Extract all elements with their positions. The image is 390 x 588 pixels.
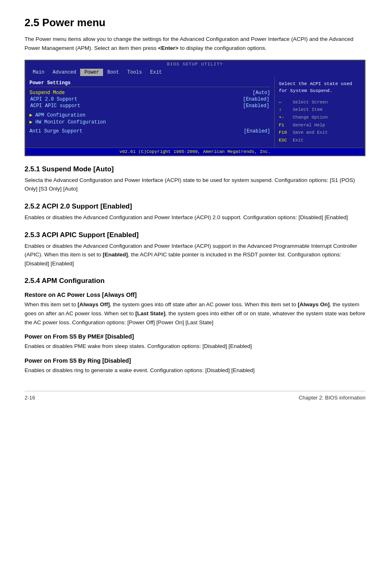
subsection-restore-ac-body: When this item set to [Always Off], the … <box>25 300 365 327</box>
key-desc-3: General Help <box>293 121 325 129</box>
section-252-heading: 2.5.2 ACPI 2.0 Support [Enabled] <box>25 202 365 211</box>
key-row-4: F10 Save and Exit <box>279 129 361 137</box>
key-row-0: ↔ Select Screen <box>279 99 361 106</box>
key-plus-minus: +- <box>279 114 290 121</box>
always-off-bold: [Always Off] <box>78 301 110 307</box>
acpi20-value: [Enabled] <box>243 97 269 102</box>
page-footer: 2-16 Chapter 2: BIOS information <box>25 391 365 401</box>
footer-page-number: 2-16 <box>25 395 35 401</box>
subsection-pme-heading: Power on From S5 By PME# [Disabled] <box>25 333 365 340</box>
bios-key-help: ↔ Select Screen ↕ Select Item +- Change … <box>279 99 361 144</box>
bios-menu-main[interactable]: Main <box>29 69 49 76</box>
bios-right-panel: Select the ACPI state used for System Su… <box>275 77 365 148</box>
bios-setup-screen: BIOS SETUP UTILITY Main Advanced Power B… <box>25 60 365 156</box>
bios-content: Power Settings Suspend Mode [Auto] ACPI … <box>25 77 365 148</box>
bios-menu-boot[interactable]: Boot <box>103 69 123 76</box>
bios-apm-config-submenu[interactable]: APM Configuration <box>29 112 270 119</box>
bios-menu-advanced[interactable]: Advanced <box>49 69 81 76</box>
section-251-heading: 2.5.1 Suspend Mode [Auto] <box>25 165 365 173</box>
key-f1: F1 <box>279 121 290 129</box>
key-desc-2: Change Option <box>293 114 328 121</box>
bios-row-suspend-mode[interactable]: Suspend Mode [Auto] <box>29 90 270 96</box>
bios-section-title: Power Settings <box>29 80 270 87</box>
enter-key-label: <Enter> <box>158 45 178 51</box>
key-desc-5: Exit <box>293 137 303 144</box>
key-arrows-ud: ↕ <box>279 106 290 114</box>
bios-menu-exit[interactable]: Exit <box>146 69 166 76</box>
key-row-2: +- Change Option <box>279 114 361 121</box>
subsection-ring-heading: Power on From S5 By Ring [Disabled] <box>25 357 365 364</box>
subsection-pme-body: Enables or disables PME wake from sleep … <box>25 342 365 351</box>
bios-row-anti-surge[interactable]: Anti Surge Support [Enabled] <box>29 128 270 135</box>
section-253-heading: 2.5.3 ACPI APIC Support [Enabled] <box>25 231 365 239</box>
anti-surge-label: Anti Surge Support <box>29 128 83 134</box>
bios-help-text: Select the ACPI state used for System Su… <box>279 80 361 94</box>
last-state-bold: [Last State] <box>135 310 166 316</box>
bios-title-bar: BIOS SETUP UTILITY <box>25 61 365 68</box>
bios-row-acpi-apic[interactable]: ACPI APIC support [Enabled] <box>29 103 270 109</box>
bios-row-acpi20[interactable]: ACPI 2.0 Support [Enabled] <box>29 96 270 103</box>
subsection-ring-body: Enables or disables ring to generate a w… <box>25 366 365 375</box>
key-desc-0: Select Screen <box>293 99 328 106</box>
key-row-5: ESC Exit <box>279 137 361 144</box>
always-on-bold: [Always On] <box>298 301 329 307</box>
section-254-heading: 2.5.4 APM Configuration <box>25 277 365 285</box>
footer-chapter-label: Chapter 2: BIOS information <box>299 395 365 401</box>
section-253-body: Enables or disables the Advanced Configu… <box>25 242 365 268</box>
suspend-mode-value: [Auto] <box>253 90 270 96</box>
page-title: 2.5 Power menu <box>25 16 365 29</box>
anti-surge-value: [Enabled] <box>244 128 270 134</box>
bios-footer: v02.61 (C)Copyright 1985-2009, American … <box>25 148 365 155</box>
bios-menu-tools[interactable]: Tools <box>123 69 146 76</box>
key-arrows-lr: ↔ <box>279 99 290 106</box>
intro-paragraph: The Power menu items allow you to change… <box>25 35 365 52</box>
bios-left-panel: Power Settings Suspend Mode [Auto] ACPI … <box>25 77 275 148</box>
key-esc: ESC <box>279 137 290 144</box>
bios-menu-bar: Main Advanced Power Boot Tools Exit <box>25 68 365 77</box>
acpi-apic-value: [Enabled] <box>243 103 269 109</box>
key-desc-4: Save and Exit <box>293 129 328 137</box>
section-252-body: Enables or disables the Advanced Configu… <box>25 213 365 222</box>
subsection-restore-ac-heading: Restore on AC Power Loss [Always Off] <box>25 292 365 298</box>
enabled-bold-253: [Enabled] <box>103 251 128 258</box>
key-desc-1: Select Item <box>293 106 323 114</box>
key-row-3: F1 General Help <box>279 121 361 129</box>
bios-hw-monitor-submenu[interactable]: HW Monitor Configuration <box>29 119 270 126</box>
key-f10: F10 <box>279 129 290 137</box>
acpi20-label: ACPI 2.0 Support <box>30 97 77 102</box>
bios-menu-power[interactable]: Power <box>80 69 103 76</box>
suspend-mode-label: Suspend Mode <box>29 90 65 96</box>
section-251-body: Selecta the Advanced Configuration and P… <box>25 176 365 193</box>
acpi-apic-label: ACPI APIC support <box>30 103 80 109</box>
key-row-1: ↕ Select Item <box>279 106 361 114</box>
